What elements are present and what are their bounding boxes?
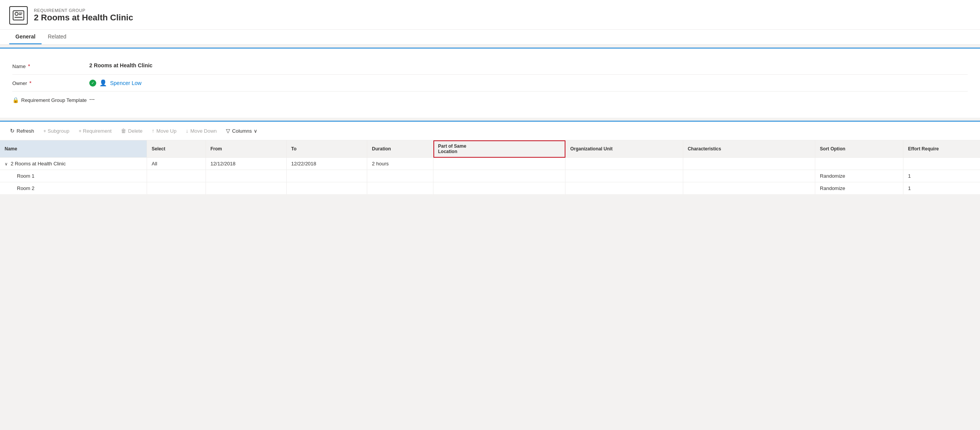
expand-icon: ∨ (5, 162, 8, 166)
owner-status-icon: ✓ (89, 80, 96, 87)
row-select-room2 (147, 182, 206, 195)
page-header: REQUIREMENT GROUP 2 Rooms at Health Clin… (0, 0, 980, 30)
col-header-from: From (206, 140, 286, 158)
filter-icon: ▽ (226, 128, 230, 134)
subgroup-button[interactable]: + Subgroup (40, 126, 74, 136)
table-row[interactable]: Room 2 Randomize 1 (0, 182, 980, 195)
move-down-button[interactable]: ↓ Move Down (182, 125, 221, 136)
row-select-parent: All (147, 158, 206, 170)
col-header-org-unit: Organizational Unit (565, 140, 683, 158)
col-header-part-of-same: Part of Same Location (433, 140, 565, 158)
row-characteristics-room1 (683, 170, 815, 182)
row-part-of-same-room2 (433, 182, 565, 195)
delete-icon: 🗑 (121, 128, 126, 134)
row-part-of-same-room1 (433, 170, 565, 182)
col-header-to: To (286, 140, 367, 158)
row-name-parent: ∨ 2 Rooms at Health Clinic (0, 158, 147, 170)
row-name-room2: Room 2 (0, 182, 147, 195)
owner-person-icon: 👤 (99, 79, 107, 87)
row-to-room2 (286, 182, 367, 195)
form-row-owner: Owner * ✓ 👤 Spencer Low (12, 75, 968, 92)
name-value[interactable]: 2 Rooms at Health Clinic (89, 62, 968, 68)
row-duration-parent: 2 hours (367, 158, 433, 170)
tabs-bar: General Related (0, 30, 980, 45)
row-duration-room1 (367, 170, 433, 182)
table-row[interactable]: Room 1 Randomize 1 (0, 170, 980, 182)
form-row-template: 🔒 Requirement Group Template --- (12, 92, 968, 108)
col-header-sort: Sort Option (815, 140, 903, 158)
row-part-of-same-parent (433, 158, 565, 170)
req-group-label: REQUIREMENT GROUP (34, 8, 133, 13)
col-header-effort: Effort Require (903, 140, 980, 158)
row-characteristics-parent (683, 158, 815, 170)
requirement-button[interactable]: + Requirement (75, 126, 115, 136)
row-to-parent: 12/22/2018 (286, 158, 367, 170)
req-group-icon (9, 6, 28, 25)
row-org-unit-parent (565, 158, 683, 170)
row-sort-room2: Randomize (815, 182, 903, 195)
row-sort-room1: Randomize (815, 170, 903, 182)
refresh-icon: ↻ (10, 128, 15, 134)
refresh-button[interactable]: ↻ Refresh (6, 125, 38, 136)
requirements-table: Name Select From To Duration Part of Sam… (0, 140, 980, 194)
row-select-room1 (147, 170, 206, 182)
owner-value: ✓ 👤 Spencer Low (89, 79, 968, 87)
grid-toolbar: ↻ Refresh + Subgroup + Requirement 🗑 Del… (0, 122, 980, 140)
svg-rect-0 (13, 11, 24, 20)
chevron-down-icon: ∨ (254, 128, 258, 134)
row-to-room1 (286, 170, 367, 182)
col-header-characteristics: Characteristics (683, 140, 815, 158)
lock-icon: 🔒 (12, 97, 19, 103)
row-name-room1: Room 1 (0, 170, 147, 182)
name-label: Name * (12, 62, 89, 69)
owner-link[interactable]: Spencer Low (110, 80, 142, 86)
form-section: Name * 2 Rooms at Health Clinic Owner * … (0, 48, 980, 118)
delete-button[interactable]: 🗑 Delete (117, 125, 147, 136)
required-star-name: * (28, 63, 30, 69)
template-value[interactable]: --- (89, 96, 968, 102)
row-from-room2 (206, 182, 286, 195)
move-up-icon: ↑ (152, 128, 154, 134)
grid-section: ↻ Refresh + Subgroup + Requirement 🗑 Del… (0, 121, 980, 194)
row-effort-room2: 1 (903, 182, 980, 195)
table-header-row: Name Select From To Duration Part of Sam… (0, 140, 980, 158)
row-duration-room2 (367, 182, 433, 195)
columns-button[interactable]: ▽ Columns ∨ (222, 125, 261, 136)
move-down-icon: ↓ (186, 128, 188, 134)
owner-label: Owner * (12, 79, 89, 86)
row-characteristics-room2 (683, 182, 815, 195)
tab-general[interactable]: General (9, 30, 42, 44)
row-from-parent: 12/12/2018 (206, 158, 286, 170)
col-header-name: Name (0, 140, 147, 158)
col-header-duration: Duration (367, 140, 433, 158)
tab-related[interactable]: Related (42, 30, 72, 44)
row-from-room1 (206, 170, 286, 182)
row-effort-room1: 1 (903, 170, 980, 182)
page-title: 2 Rooms at Health Clinic (34, 13, 133, 23)
header-text: REQUIREMENT GROUP 2 Rooms at Health Clin… (34, 8, 133, 23)
svg-point-1 (15, 12, 18, 15)
move-up-button[interactable]: ↑ Move Up (148, 125, 180, 136)
row-org-unit-room1 (565, 170, 683, 182)
row-org-unit-room2 (565, 182, 683, 195)
col-header-select: Select (147, 140, 206, 158)
table-row[interactable]: ∨ 2 Rooms at Health Clinic All 12/12/201… (0, 158, 980, 170)
required-star-owner: * (29, 80, 31, 86)
row-sort-parent (815, 158, 903, 170)
row-effort-parent (903, 158, 980, 170)
form-row-name: Name * 2 Rooms at Health Clinic (12, 58, 968, 75)
template-label: 🔒 Requirement Group Template (12, 96, 89, 103)
